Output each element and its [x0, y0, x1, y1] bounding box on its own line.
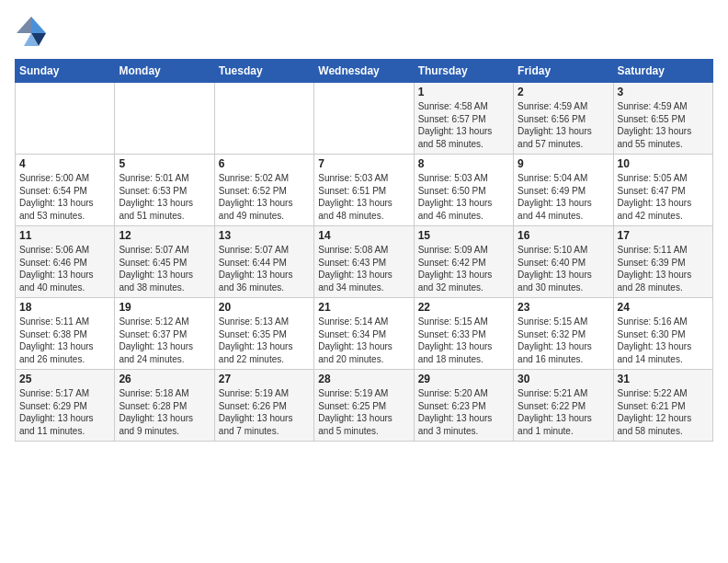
calendar-table: Sunday Monday Tuesday Wednesday Thursday…	[15, 59, 713, 442]
col-tuesday: Tuesday	[214, 60, 313, 83]
calendar-week-2: 4Sunrise: 5:00 AM Sunset: 6:54 PM Daylig…	[16, 155, 713, 226]
calendar-cell: 2Sunrise: 4:59 AM Sunset: 6:56 PM Daylig…	[514, 83, 613, 155]
calendar-cell: 15Sunrise: 5:09 AM Sunset: 6:42 PM Dayli…	[414, 226, 513, 298]
day-number: 6	[219, 157, 310, 170]
logo-icon	[15, 15, 48, 48]
day-number: 4	[19, 157, 110, 170]
day-info: Sunrise: 4:58 AM Sunset: 6:57 PM Dayligh…	[418, 100, 509, 150]
calendar-cell: 8Sunrise: 5:03 AM Sunset: 6:50 PM Daylig…	[414, 155, 513, 226]
day-info: Sunrise: 5:19 AM Sunset: 6:25 PM Dayligh…	[318, 387, 409, 437]
day-info: Sunrise: 5:03 AM Sunset: 6:50 PM Dayligh…	[418, 172, 509, 222]
calendar-cell: 30Sunrise: 5:21 AM Sunset: 6:22 PM Dayli…	[514, 370, 613, 442]
calendar-cell: 4Sunrise: 5:00 AM Sunset: 6:54 PM Daylig…	[16, 155, 115, 226]
calendar-week-4: 18Sunrise: 5:11 AM Sunset: 6:38 PM Dayli…	[16, 298, 713, 370]
calendar-cell: 14Sunrise: 5:08 AM Sunset: 6:43 PM Dayli…	[314, 226, 414, 298]
calendar-cell: 28Sunrise: 5:19 AM Sunset: 6:25 PM Dayli…	[314, 370, 414, 442]
day-number: 22	[418, 301, 509, 314]
day-number: 20	[219, 301, 310, 314]
col-sunday: Sunday	[16, 60, 115, 83]
col-monday: Monday	[115, 60, 214, 83]
day-info: Sunrise: 5:07 AM Sunset: 6:44 PM Dayligh…	[219, 244, 310, 293]
calendar-cell: 26Sunrise: 5:18 AM Sunset: 6:28 PM Dayli…	[115, 370, 214, 442]
calendar-cell: 20Sunrise: 5:13 AM Sunset: 6:35 PM Dayli…	[214, 298, 313, 370]
day-info: Sunrise: 5:06 AM Sunset: 6:46 PM Dayligh…	[19, 244, 110, 293]
day-info: Sunrise: 5:21 AM Sunset: 6:22 PM Dayligh…	[518, 387, 609, 437]
day-info: Sunrise: 5:17 AM Sunset: 6:29 PM Dayligh…	[19, 387, 110, 437]
day-info: Sunrise: 5:04 AM Sunset: 6:49 PM Dayligh…	[518, 172, 609, 222]
day-number: 18	[19, 301, 110, 314]
day-info: Sunrise: 5:05 AM Sunset: 6:47 PM Dayligh…	[618, 172, 709, 222]
page-header	[15, 15, 713, 48]
svg-marker-0	[31, 17, 46, 33]
day-number: 28	[318, 373, 409, 385]
calendar-cell: 6Sunrise: 5:02 AM Sunset: 6:52 PM Daylig…	[214, 155, 313, 226]
day-info: Sunrise: 5:20 AM Sunset: 6:23 PM Dayligh…	[418, 387, 509, 437]
day-info: Sunrise: 5:00 AM Sunset: 6:54 PM Dayligh…	[19, 172, 110, 222]
col-saturday: Saturday	[613, 60, 712, 83]
calendar-cell: 29Sunrise: 5:20 AM Sunset: 6:23 PM Dayli…	[414, 370, 513, 442]
calendar-cell	[314, 83, 414, 155]
day-number: 3	[618, 86, 709, 98]
calendar-cell: 13Sunrise: 5:07 AM Sunset: 6:44 PM Dayli…	[214, 226, 313, 298]
calendar-cell: 3Sunrise: 4:59 AM Sunset: 6:55 PM Daylig…	[613, 83, 712, 155]
day-info: Sunrise: 5:19 AM Sunset: 6:26 PM Dayligh…	[219, 387, 310, 437]
day-number: 11	[19, 229, 110, 242]
calendar-cell: 27Sunrise: 5:19 AM Sunset: 6:26 PM Dayli…	[214, 370, 313, 442]
svg-marker-3	[17, 17, 31, 33]
day-info: Sunrise: 5:15 AM Sunset: 6:32 PM Dayligh…	[518, 316, 609, 365]
calendar-header: Sunday Monday Tuesday Wednesday Thursday…	[16, 60, 713, 83]
day-info: Sunrise: 5:02 AM Sunset: 6:52 PM Dayligh…	[219, 172, 310, 222]
calendar-week-5: 25Sunrise: 5:17 AM Sunset: 6:29 PM Dayli…	[16, 370, 713, 442]
calendar-cell: 5Sunrise: 5:01 AM Sunset: 6:53 PM Daylig…	[115, 155, 214, 226]
day-number: 15	[418, 229, 509, 242]
calendar-cell: 16Sunrise: 5:10 AM Sunset: 6:40 PM Dayli…	[514, 226, 613, 298]
day-info: Sunrise: 5:09 AM Sunset: 6:42 PM Dayligh…	[418, 244, 509, 293]
day-info: Sunrise: 4:59 AM Sunset: 6:55 PM Dayligh…	[618, 100, 709, 150]
day-info: Sunrise: 5:22 AM Sunset: 6:21 PM Dayligh…	[618, 387, 709, 437]
day-number: 1	[418, 86, 509, 98]
day-info: Sunrise: 5:01 AM Sunset: 6:53 PM Dayligh…	[119, 172, 210, 222]
day-number: 8	[418, 157, 509, 170]
calendar-cell: 22Sunrise: 5:15 AM Sunset: 6:33 PM Dayli…	[414, 298, 513, 370]
calendar-cell	[214, 83, 313, 155]
calendar-cell	[16, 83, 115, 155]
calendar-week-3: 11Sunrise: 5:06 AM Sunset: 6:46 PM Dayli…	[16, 226, 713, 298]
calendar-cell: 12Sunrise: 5:07 AM Sunset: 6:45 PM Dayli…	[115, 226, 214, 298]
day-info: Sunrise: 5:18 AM Sunset: 6:28 PM Dayligh…	[119, 387, 210, 437]
calendar-cell: 23Sunrise: 5:15 AM Sunset: 6:32 PM Dayli…	[514, 298, 613, 370]
calendar-cell: 19Sunrise: 5:12 AM Sunset: 6:37 PM Dayli…	[115, 298, 214, 370]
day-number: 31	[618, 373, 709, 385]
calendar-cell: 24Sunrise: 5:16 AM Sunset: 6:30 PM Dayli…	[613, 298, 712, 370]
day-number: 16	[518, 229, 609, 242]
col-wednesday: Wednesday	[314, 60, 414, 83]
calendar-cell: 1Sunrise: 4:58 AM Sunset: 6:57 PM Daylig…	[414, 83, 513, 155]
calendar-cell: 25Sunrise: 5:17 AM Sunset: 6:29 PM Dayli…	[16, 370, 115, 442]
day-number: 25	[19, 373, 110, 385]
calendar-cell: 9Sunrise: 5:04 AM Sunset: 6:49 PM Daylig…	[514, 155, 613, 226]
day-number: 9	[518, 157, 609, 170]
calendar-cell: 18Sunrise: 5:11 AM Sunset: 6:38 PM Dayli…	[16, 298, 115, 370]
calendar-cell: 21Sunrise: 5:14 AM Sunset: 6:34 PM Dayli…	[314, 298, 414, 370]
day-number: 10	[618, 157, 709, 170]
calendar-cell: 7Sunrise: 5:03 AM Sunset: 6:51 PM Daylig…	[314, 155, 414, 226]
calendar-cell: 11Sunrise: 5:06 AM Sunset: 6:46 PM Dayli…	[16, 226, 115, 298]
day-number: 27	[219, 373, 310, 385]
day-info: Sunrise: 5:10 AM Sunset: 6:40 PM Dayligh…	[518, 244, 609, 293]
col-thursday: Thursday	[414, 60, 513, 83]
col-friday: Friday	[514, 60, 613, 83]
day-info: Sunrise: 5:03 AM Sunset: 6:51 PM Dayligh…	[318, 172, 409, 222]
day-info: Sunrise: 5:14 AM Sunset: 6:34 PM Dayligh…	[318, 316, 409, 365]
day-info: Sunrise: 5:07 AM Sunset: 6:45 PM Dayligh…	[119, 244, 210, 293]
day-info: Sunrise: 5:16 AM Sunset: 6:30 PM Dayligh…	[618, 316, 709, 365]
day-number: 2	[518, 86, 609, 98]
day-info: Sunrise: 5:11 AM Sunset: 6:39 PM Dayligh…	[618, 244, 709, 293]
day-number: 7	[318, 157, 409, 170]
day-number: 14	[318, 229, 409, 242]
calendar-body: 1Sunrise: 4:58 AM Sunset: 6:57 PM Daylig…	[16, 83, 713, 442]
day-info: Sunrise: 5:13 AM Sunset: 6:35 PM Dayligh…	[219, 316, 310, 365]
day-number: 13	[219, 229, 310, 242]
day-number: 29	[418, 373, 509, 385]
day-info: Sunrise: 5:15 AM Sunset: 6:33 PM Dayligh…	[418, 316, 509, 365]
day-number: 24	[618, 301, 709, 314]
day-info: Sunrise: 5:12 AM Sunset: 6:37 PM Dayligh…	[119, 316, 210, 365]
